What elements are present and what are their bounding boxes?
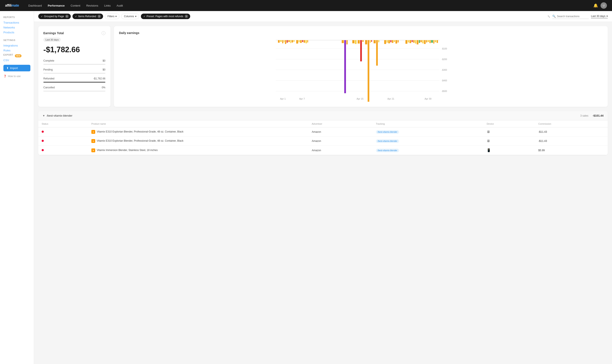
row-product-3: a Vitamix Immersion Blender, Stainless S… xyxy=(88,146,308,155)
col-product-name: Product name xyxy=(88,120,308,127)
filters-dropdown[interactable]: Filters ▾ xyxy=(105,13,120,19)
svg-rect-49 xyxy=(396,40,397,43)
commission-value-3: $5.99 xyxy=(538,149,545,152)
expand-icon[interactable]: ⤡ xyxy=(547,14,550,18)
remove-grouped-button[interactable]: ✕ xyxy=(65,15,69,18)
sidebar-item-transactions[interactable]: Transactions xyxy=(3,20,30,25)
chip-grouped-label: Grouped by Page xyxy=(44,15,64,18)
svg-rect-19 xyxy=(292,40,293,42)
top-navigation: affilimate Dashboard Performance Content… xyxy=(0,0,612,11)
table-row: a Vitamix E310 Explorian Blender, Profes… xyxy=(38,127,608,137)
chip-items-refunded[interactable]: ✓ Items Refunded ✕ xyxy=(72,13,103,19)
commission-value-1: -$11.43 xyxy=(538,130,547,133)
earnings-row-pending: Pending $0 xyxy=(43,68,106,71)
sidebar-item-products[interactable]: Products xyxy=(3,30,30,35)
col-device: Device xyxy=(483,120,535,127)
columns-dropdown[interactable]: Columns ▾ xyxy=(121,13,139,19)
complete-label: Complete xyxy=(43,59,54,62)
complete-progress xyxy=(43,64,106,65)
nav-content[interactable]: Content xyxy=(68,3,83,9)
earnings-card: Earnings Total i Last 30 days -$1,782.66… xyxy=(38,26,110,107)
svg-rect-25 xyxy=(304,40,305,43)
chip-preset[interactable]: ✓ Preset: Pages with most refunds ✕ xyxy=(141,13,190,19)
nav-links[interactable]: Links xyxy=(102,3,113,9)
svg-rect-35 xyxy=(362,40,364,42)
svg-text:Apr 7: Apr 7 xyxy=(299,97,305,100)
svg-rect-16 xyxy=(287,40,288,43)
svg-rect-18 xyxy=(290,40,291,43)
search-icon: 🔍 xyxy=(552,15,556,18)
import-button[interactable]: ⬆ Import xyxy=(3,65,30,71)
svg-rect-40 xyxy=(373,40,376,43)
svg-rect-67 xyxy=(435,40,436,42)
row-product-1: a Vitamix E310 Explorian Blender, Profes… xyxy=(88,127,308,137)
sidebar: REPORTS Transactions Networks Products S… xyxy=(0,11,34,364)
remove-refunded-button[interactable]: ✕ xyxy=(97,15,101,18)
date-range-label: Last 30 days xyxy=(591,15,605,18)
refunded-label: Refunded xyxy=(43,77,54,80)
svg-rect-63 xyxy=(427,40,429,42)
filter-bar: ✓ Grouped by Page ✕ ✓ Items Refunded ✕ F… xyxy=(34,11,612,22)
table-section: ▼ /best-vitamix-blender 3 sales -$101.44… xyxy=(38,111,608,155)
status-dot-refunded xyxy=(42,130,44,133)
table-row: a Vitamix E310 Explorian Blender, Profes… xyxy=(38,137,608,146)
cancelled-progress xyxy=(43,91,106,91)
svg-rect-53 xyxy=(410,40,411,43)
date-range-button[interactable]: Last 30 days ▾ xyxy=(591,15,608,18)
new-badge: NEW xyxy=(15,54,21,57)
svg-rect-66 xyxy=(433,40,434,43)
svg-rect-61 xyxy=(424,40,426,44)
svg-rect-23 xyxy=(300,40,302,43)
summary-row: Earnings Total i Last 30 days -$1,782.66… xyxy=(38,26,608,107)
nav-links: Dashboard Performance Content Revisions … xyxy=(26,3,592,9)
svg-rect-60 xyxy=(422,40,424,43)
tracking-badge-1[interactable]: /best-vitamix-blender xyxy=(376,130,399,134)
tracking-badge-3[interactable]: /best-vitamix-blender xyxy=(376,149,399,152)
user-avatar[interactable]: U xyxy=(600,2,607,9)
svg-rect-52 xyxy=(408,40,409,42)
group-header[interactable]: ▼ /best-vitamix-blender 3 sales -$101.44 xyxy=(38,111,608,120)
nav-revisions[interactable]: Revisions xyxy=(84,3,101,9)
sidebar-item-csv[interactable]: CSV xyxy=(3,58,30,63)
chevron-down-icon: ▾ xyxy=(115,15,117,18)
tracking-badge-2[interactable]: /best-vitamix-blender xyxy=(376,139,399,143)
check-icon-2: ✓ xyxy=(75,15,77,18)
svg-rect-20 xyxy=(293,40,294,42)
brand-logo[interactable]: affilimate xyxy=(5,4,19,7)
svg-text:Apr 21: Apr 21 xyxy=(387,97,394,100)
svg-rect-47 xyxy=(392,40,393,43)
row-device-2: 🖥 xyxy=(483,137,535,146)
pending-progress xyxy=(43,73,106,74)
svg-text:Apr 1: Apr 1 xyxy=(280,97,286,100)
search-input[interactable] xyxy=(557,15,589,18)
nav-audit[interactable]: Audit xyxy=(114,3,126,9)
nav-dashboard[interactable]: Dashboard xyxy=(26,3,44,9)
chip-grouped-by-page[interactable]: ✓ Grouped by Page ✕ xyxy=(38,13,71,19)
sidebar-settings-label: SETTINGS xyxy=(3,39,30,41)
svg-text:-$100: -$100 xyxy=(441,48,447,50)
svg-rect-15 xyxy=(285,40,286,44)
sidebar-item-rules[interactable]: Rules xyxy=(3,48,30,53)
chip-preset-label: Preset: Pages with most refunds xyxy=(147,15,183,18)
how-to-use-link[interactable]: ❓ How to use xyxy=(3,75,30,78)
notifications-icon[interactable]: 🔔 xyxy=(593,3,598,8)
card-title-row: Earnings Total i xyxy=(43,31,106,35)
svg-rect-31 xyxy=(352,40,354,43)
svg-rect-59 xyxy=(420,40,422,42)
svg-rect-14 xyxy=(284,40,285,42)
info-icon[interactable]: i xyxy=(102,31,106,35)
search-box: 🔍 xyxy=(552,14,589,19)
sidebar-item-networks[interactable]: Networks xyxy=(3,25,30,30)
row-tracking-3: /best-vitamix-blender xyxy=(373,146,483,155)
svg-rect-64 xyxy=(429,40,431,43)
remove-preset-button[interactable]: ✕ xyxy=(185,15,188,18)
row-status-3 xyxy=(38,146,88,155)
table-wrapper: Status Product name Advertiser Tracking … xyxy=(38,120,608,155)
earnings-row-complete: Complete $0 xyxy=(43,59,106,62)
chip-refunded-label: Items Refunded xyxy=(78,15,96,18)
refunded-progress xyxy=(43,82,106,83)
sidebar-item-integrations[interactable]: Integrations xyxy=(3,43,30,48)
svg-rect-48 xyxy=(394,40,395,42)
check-icon: ✓ xyxy=(41,15,43,18)
nav-performance[interactable]: Performance xyxy=(45,3,67,9)
